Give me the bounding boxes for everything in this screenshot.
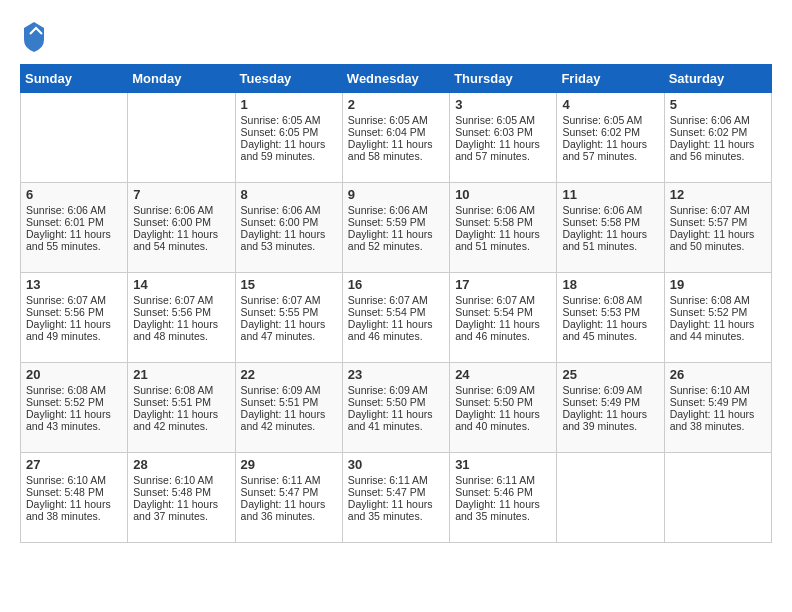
day-info: Daylight: 11 hours and 55 minutes. xyxy=(26,228,122,252)
calendar-cell: 22Sunrise: 6:09 AMSunset: 5:51 PMDayligh… xyxy=(235,363,342,453)
day-info: Sunset: 5:46 PM xyxy=(455,486,551,498)
day-info: Sunset: 6:03 PM xyxy=(455,126,551,138)
day-info: Daylight: 11 hours and 42 minutes. xyxy=(133,408,229,432)
day-info: Sunset: 5:52 PM xyxy=(26,396,122,408)
day-info: Sunrise: 6:06 AM xyxy=(26,204,122,216)
calendar-cell: 19Sunrise: 6:08 AMSunset: 5:52 PMDayligh… xyxy=(664,273,771,363)
day-info: Daylight: 11 hours and 38 minutes. xyxy=(670,408,766,432)
day-info: Sunrise: 6:06 AM xyxy=(348,204,444,216)
calendar-cell: 16Sunrise: 6:07 AMSunset: 5:54 PMDayligh… xyxy=(342,273,449,363)
logo xyxy=(20,20,48,54)
day-info: Daylight: 11 hours and 39 minutes. xyxy=(562,408,658,432)
day-number: 10 xyxy=(455,187,551,202)
day-number: 13 xyxy=(26,277,122,292)
day-number: 18 xyxy=(562,277,658,292)
calendar-cell: 15Sunrise: 6:07 AMSunset: 5:55 PMDayligh… xyxy=(235,273,342,363)
day-info: Sunset: 5:49 PM xyxy=(670,396,766,408)
day-number: 2 xyxy=(348,97,444,112)
day-info: Daylight: 11 hours and 42 minutes. xyxy=(241,408,337,432)
day-info: Sunset: 5:54 PM xyxy=(348,306,444,318)
day-info: Daylight: 11 hours and 56 minutes. xyxy=(670,138,766,162)
calendar-cell: 21Sunrise: 6:08 AMSunset: 5:51 PMDayligh… xyxy=(128,363,235,453)
day-info: Daylight: 11 hours and 49 minutes. xyxy=(26,318,122,342)
day-info: Daylight: 11 hours and 46 minutes. xyxy=(348,318,444,342)
calendar-cell: 17Sunrise: 6:07 AMSunset: 5:54 PMDayligh… xyxy=(450,273,557,363)
day-info: Daylight: 11 hours and 35 minutes. xyxy=(455,498,551,522)
day-info: Sunset: 6:00 PM xyxy=(133,216,229,228)
day-info: Daylight: 11 hours and 43 minutes. xyxy=(26,408,122,432)
day-info: Daylight: 11 hours and 53 minutes. xyxy=(241,228,337,252)
day-info: Daylight: 11 hours and 50 minutes. xyxy=(670,228,766,252)
day-info: Sunset: 5:55 PM xyxy=(241,306,337,318)
day-info: Sunset: 5:58 PM xyxy=(455,216,551,228)
calendar-cell: 13Sunrise: 6:07 AMSunset: 5:56 PMDayligh… xyxy=(21,273,128,363)
day-info: Sunset: 5:49 PM xyxy=(562,396,658,408)
day-info: Sunset: 5:47 PM xyxy=(348,486,444,498)
day-number: 22 xyxy=(241,367,337,382)
day-info: Sunset: 5:58 PM xyxy=(562,216,658,228)
calendar-cell: 20Sunrise: 6:08 AMSunset: 5:52 PMDayligh… xyxy=(21,363,128,453)
day-number: 29 xyxy=(241,457,337,472)
day-info: Sunrise: 6:09 AM xyxy=(348,384,444,396)
logo-icon xyxy=(20,20,48,54)
day-info: Sunset: 6:02 PM xyxy=(562,126,658,138)
calendar-cell: 30Sunrise: 6:11 AMSunset: 5:47 PMDayligh… xyxy=(342,453,449,543)
day-info: Sunrise: 6:08 AM xyxy=(670,294,766,306)
calendar-cell: 1Sunrise: 6:05 AMSunset: 6:05 PMDaylight… xyxy=(235,93,342,183)
day-info: Sunrise: 6:10 AM xyxy=(26,474,122,486)
day-info: Sunset: 5:57 PM xyxy=(670,216,766,228)
day-number: 27 xyxy=(26,457,122,472)
day-info: Daylight: 11 hours and 57 minutes. xyxy=(562,138,658,162)
calendar-cell xyxy=(557,453,664,543)
day-number: 26 xyxy=(670,367,766,382)
calendar-cell: 8Sunrise: 6:06 AMSunset: 6:00 PMDaylight… xyxy=(235,183,342,273)
day-info: Daylight: 11 hours and 58 minutes. xyxy=(348,138,444,162)
day-info: Sunrise: 6:08 AM xyxy=(133,384,229,396)
day-number: 5 xyxy=(670,97,766,112)
day-info: Sunset: 5:53 PM xyxy=(562,306,658,318)
day-number: 6 xyxy=(26,187,122,202)
day-header-thursday: Thursday xyxy=(450,65,557,93)
calendar-cell: 3Sunrise: 6:05 AMSunset: 6:03 PMDaylight… xyxy=(450,93,557,183)
calendar-cell: 31Sunrise: 6:11 AMSunset: 5:46 PMDayligh… xyxy=(450,453,557,543)
day-info: Daylight: 11 hours and 59 minutes. xyxy=(241,138,337,162)
calendar-cell: 29Sunrise: 6:11 AMSunset: 5:47 PMDayligh… xyxy=(235,453,342,543)
calendar-cell: 14Sunrise: 6:07 AMSunset: 5:56 PMDayligh… xyxy=(128,273,235,363)
day-info: Sunset: 5:56 PM xyxy=(133,306,229,318)
day-info: Sunset: 5:48 PM xyxy=(133,486,229,498)
day-number: 8 xyxy=(241,187,337,202)
day-number: 15 xyxy=(241,277,337,292)
day-info: Sunset: 5:51 PM xyxy=(133,396,229,408)
day-info: Sunrise: 6:07 AM xyxy=(26,294,122,306)
calendar-cell: 7Sunrise: 6:06 AMSunset: 6:00 PMDaylight… xyxy=(128,183,235,273)
day-info: Sunrise: 6:05 AM xyxy=(241,114,337,126)
day-number: 12 xyxy=(670,187,766,202)
day-number: 31 xyxy=(455,457,551,472)
day-info: Sunrise: 6:06 AM xyxy=(562,204,658,216)
day-number: 16 xyxy=(348,277,444,292)
calendar-cell: 23Sunrise: 6:09 AMSunset: 5:50 PMDayligh… xyxy=(342,363,449,453)
day-number: 9 xyxy=(348,187,444,202)
day-info: Daylight: 11 hours and 47 minutes. xyxy=(241,318,337,342)
day-info: Daylight: 11 hours and 51 minutes. xyxy=(455,228,551,252)
day-header-saturday: Saturday xyxy=(664,65,771,93)
day-info: Sunrise: 6:07 AM xyxy=(348,294,444,306)
day-number: 21 xyxy=(133,367,229,382)
day-info: Daylight: 11 hours and 40 minutes. xyxy=(455,408,551,432)
day-info: Sunrise: 6:07 AM xyxy=(241,294,337,306)
calendar-cell: 10Sunrise: 6:06 AMSunset: 5:58 PMDayligh… xyxy=(450,183,557,273)
day-info: Sunrise: 6:11 AM xyxy=(241,474,337,486)
day-info: Sunset: 6:04 PM xyxy=(348,126,444,138)
day-info: Daylight: 11 hours and 54 minutes. xyxy=(133,228,229,252)
day-info: Daylight: 11 hours and 52 minutes. xyxy=(348,228,444,252)
calendar-cell: 28Sunrise: 6:10 AMSunset: 5:48 PMDayligh… xyxy=(128,453,235,543)
day-info: Daylight: 11 hours and 35 minutes. xyxy=(348,498,444,522)
day-number: 4 xyxy=(562,97,658,112)
calendar-cell: 2Sunrise: 6:05 AMSunset: 6:04 PMDaylight… xyxy=(342,93,449,183)
day-info: Daylight: 11 hours and 45 minutes. xyxy=(562,318,658,342)
day-number: 23 xyxy=(348,367,444,382)
day-info: Daylight: 11 hours and 41 minutes. xyxy=(348,408,444,432)
day-info: Sunset: 5:47 PM xyxy=(241,486,337,498)
day-info: Sunrise: 6:08 AM xyxy=(562,294,658,306)
day-info: Daylight: 11 hours and 37 minutes. xyxy=(133,498,229,522)
